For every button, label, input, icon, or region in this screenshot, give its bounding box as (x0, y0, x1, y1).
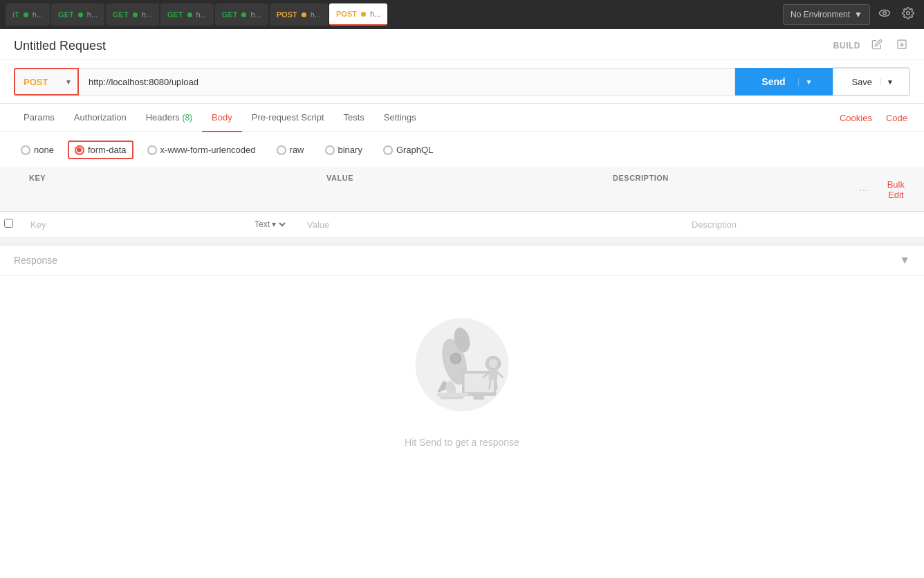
save-group: Save ▼ (833, 67, 910, 96)
tab-method: GET (113, 10, 129, 19)
send-label: Send (749, 76, 797, 87)
radio-binary (325, 145, 335, 155)
kv-key-input[interactable] (30, 219, 248, 230)
tab-status-dot (361, 12, 366, 17)
tab-authorization[interactable]: Authorization (64, 104, 136, 132)
tab-url: h... (196, 10, 207, 19)
radio-form-data-label: form-data (88, 145, 127, 155)
svg-line-20 (496, 380, 497, 389)
tab-get-3[interactable]: GET h... (160, 3, 214, 26)
kv-checkbox-cell (0, 212, 21, 237)
response-header: Response ▼ (0, 246, 924, 276)
eye-icon-button[interactable] (876, 4, 894, 25)
svg-point-1 (883, 12, 887, 15)
svg-point-0 (880, 10, 890, 17)
radio-graphql-label: GraphQL (396, 145, 433, 155)
tab-get-1[interactable]: GET h... (51, 3, 104, 26)
svg-point-21 (488, 359, 498, 368)
kv-key-header: KEY (19, 168, 317, 211)
tab-url: h... (142, 10, 152, 19)
body-type-form-data[interactable]: form-data (68, 141, 133, 159)
tab-method: iT (12, 10, 19, 19)
tab-url: h... (250, 10, 261, 19)
download-icon-button[interactable] (894, 36, 910, 55)
body-type-none[interactable]: none (14, 141, 61, 159)
request-title: Untitled Request (14, 39, 106, 53)
radio-binary-label: binary (338, 145, 362, 155)
title-actions: BUILD (833, 36, 910, 55)
radio-graphql (383, 145, 393, 155)
response-collapse-button[interactable]: ▼ (899, 254, 910, 267)
tab-it[interactable]: iT h... (6, 3, 50, 26)
bulk-edit-button[interactable]: Bulk Edit (878, 174, 914, 206)
radio-raw (277, 145, 286, 155)
tab-body[interactable]: Body (202, 104, 242, 132)
response-hint: Hit Send to get a response (405, 437, 519, 448)
env-bar: No Environment ▼ (776, 0, 924, 29)
body-type-raw[interactable]: raw (270, 141, 311, 159)
radio-urlencoded (147, 145, 157, 155)
code-link[interactable]: Code (883, 105, 910, 132)
main-content: Untitled Request BUILD POST (0, 29, 924, 578)
tabs-right: Cookies Code (837, 105, 910, 132)
tab-headers[interactable]: Headers (8) (136, 104, 202, 132)
tab-method: POST (277, 10, 297, 19)
tab-get-4[interactable]: GET h... (215, 3, 268, 26)
tab-method: GET (222, 10, 238, 19)
tab-params[interactable]: Params (14, 104, 64, 132)
kv-value-cell (297, 213, 682, 237)
send-group: Send ▼ (735, 68, 833, 96)
request-tabs-row: Params Authorization Headers (8) Body Pr… (0, 104, 924, 132)
tab-settings[interactable]: Settings (374, 104, 426, 132)
kv-type-select[interactable]: Text ▾ File ▾ (252, 219, 288, 230)
svg-rect-16 (489, 370, 498, 379)
radio-urlencoded-label: x-www-form-urlencoded (160, 145, 256, 155)
tab-get-2[interactable]: GET h... (106, 3, 159, 26)
kv-description-header: DESCRIPTION (603, 168, 845, 211)
kv-checkbox-header (0, 168, 19, 211)
tab-url: h... (311, 10, 321, 19)
url-input[interactable] (79, 68, 735, 96)
body-type-graphql[interactable]: GraphQL (376, 141, 440, 159)
svg-rect-14 (473, 396, 484, 399)
tab-method: GET (58, 10, 74, 19)
tab-status-dot (133, 12, 138, 17)
tab-method: POST (336, 10, 357, 18)
kv-more-button[interactable]: ··· (855, 181, 874, 198)
kv-key-cell: Text ▾ File ▾ (21, 212, 297, 237)
env-label: No Environment (791, 10, 850, 19)
svg-point-8 (451, 354, 461, 363)
env-dropdown-icon: ▼ (854, 10, 862, 19)
body-type-binary[interactable]: binary (318, 141, 369, 159)
kv-row-checkbox[interactable] (4, 219, 13, 228)
send-button[interactable]: Send ▼ (735, 68, 833, 96)
method-select[interactable]: POST GET PUT DELETE PATCH (15, 69, 65, 94)
headers-badge: (8) (182, 113, 192, 123)
environment-selector[interactable]: No Environment ▼ (783, 4, 870, 25)
kv-table-header: KEY VALUE DESCRIPTION ··· Bulk Edit (0, 168, 924, 212)
tab-post-1[interactable]: POST h... (270, 3, 328, 26)
save-label: Save (843, 77, 880, 87)
svg-line-19 (490, 380, 491, 389)
body-type-urlencoded[interactable]: x-www-form-urlencoded (140, 141, 263, 159)
tab-tests[interactable]: Tests (334, 104, 374, 132)
kv-description-input[interactable] (692, 219, 914, 230)
url-row: POST GET PUT DELETE PATCH ▼ Send ▼ Save … (0, 60, 924, 104)
tab-status-dot (78, 12, 83, 17)
cookies-link[interactable]: Cookies (837, 105, 875, 132)
tab-post-2-active[interactable]: POST h... (329, 3, 387, 26)
method-select-wrapper: POST GET PUT DELETE PATCH ▼ (14, 68, 79, 96)
tab-status-dot (302, 12, 306, 17)
response-area: Response ▼ (0, 242, 924, 578)
build-label: BUILD (833, 41, 860, 51)
send-dropdown-icon: ▼ (798, 78, 820, 86)
tab-url: h... (370, 10, 380, 18)
kv-value-header: VALUE (317, 168, 603, 211)
settings-icon-button[interactable] (899, 4, 917, 25)
tab-prerequest[interactable]: Pre-request Script (242, 104, 334, 132)
save-button[interactable]: Save ▼ (833, 68, 909, 96)
edit-icon-button[interactable] (869, 36, 885, 55)
svg-point-2 (907, 12, 910, 15)
kv-value-input[interactable] (307, 219, 672, 230)
tab-url: h... (87, 10, 98, 19)
